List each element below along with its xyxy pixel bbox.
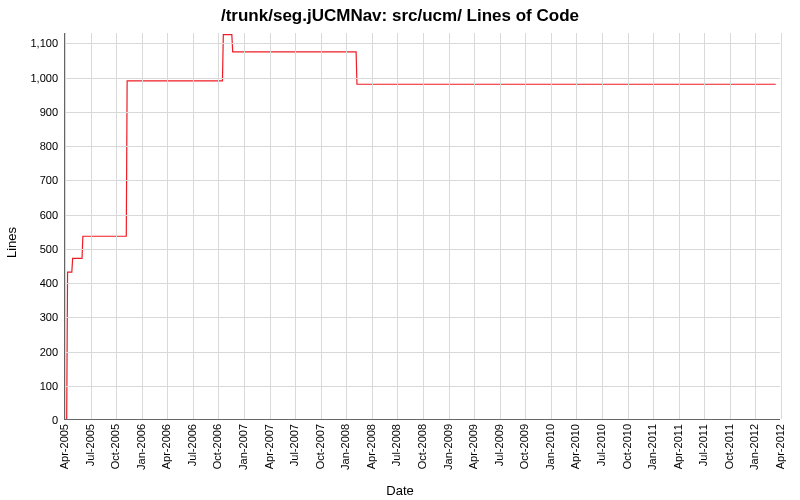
gridline-v [755,33,756,419]
gridline-v [423,33,424,419]
y-tick-label: 1,000 [8,72,58,84]
x-tick-label: Jul-2008 [390,424,402,466]
x-tick-label: Apr-2012 [774,424,786,469]
y-tick-label: 500 [8,243,58,255]
y-tick-label: 600 [8,209,58,221]
gridline-v [295,33,296,419]
y-tick-label: 100 [8,380,58,392]
x-tick-label: Apr-2006 [160,424,172,469]
gridline-v [500,33,501,419]
x-tick-label: Jan-2011 [646,424,658,470]
chart-container: /trunk/seg.jUCMNav: src/ucm/ Lines of Co… [0,0,800,500]
x-tick-label: Apr-2005 [58,424,70,469]
x-tick-label: Oct-2010 [621,424,633,469]
x-tick-label: Oct-2006 [211,424,223,469]
x-tick-label: Oct-2011 [723,424,735,469]
gridline-v [346,33,347,419]
gridline-v [193,33,194,419]
chart-title: /trunk/seg.jUCMNav: src/ucm/ Lines of Co… [0,6,800,26]
gridline-v [730,33,731,419]
gridline-v [602,33,603,419]
gridline-v [525,33,526,419]
x-tick-label: Jul-2005 [84,424,96,466]
gridline-v [116,33,117,419]
x-tick-label: Jul-2011 [697,424,709,466]
x-tick-label: Jan-2009 [442,424,454,470]
x-tick-label: Jan-2008 [339,424,351,470]
gridline-v [679,33,680,419]
gridline-v [218,33,219,419]
gridline-v [449,33,450,419]
gridline-v [142,33,143,419]
x-tick-label: Jan-2012 [748,424,760,470]
gridline-v [397,33,398,419]
x-tick-label: Apr-2010 [569,424,581,469]
gridline-v [65,33,66,419]
gridline-v [474,33,475,419]
x-tick-label: Apr-2007 [263,424,275,469]
gridline-v [704,33,705,419]
y-tick-label: 800 [8,140,58,152]
y-tick-label: 1,100 [8,37,58,49]
series-path [67,35,776,419]
x-axis-label: Date [0,483,800,498]
gridline-v [372,33,373,419]
y-tick-label: 900 [8,106,58,118]
x-tick-label: Apr-2009 [467,424,479,469]
gridline-v [91,33,92,419]
x-tick-label: Oct-2009 [518,424,530,469]
gridline-v [551,33,552,419]
y-tick-label: 200 [8,346,58,358]
gridline-v [781,33,782,419]
x-tick-label: Jan-2007 [237,424,249,470]
x-tick-label: Jul-2007 [288,424,300,466]
gridline-v [270,33,271,419]
gridline-v [628,33,629,419]
x-tick-label: Oct-2007 [314,424,326,469]
y-tick-label: 700 [8,174,58,186]
plot-area [64,33,780,420]
x-tick-label: Apr-2008 [365,424,377,469]
x-tick-label: Apr-2011 [672,424,684,469]
x-tick-label: Jul-2009 [493,424,505,466]
gridline-v [653,33,654,419]
x-tick-label: Jul-2006 [186,424,198,466]
gridline-v [321,33,322,419]
gridline-v [244,33,245,419]
gridline-v [167,33,168,419]
x-tick-label: Jul-2010 [595,424,607,466]
gridline-v [576,33,577,419]
x-tick-label: Jan-2010 [544,424,556,470]
y-tick-label: 400 [8,277,58,289]
y-tick-label: 0 [8,414,58,426]
x-tick-label: Oct-2005 [109,424,121,469]
x-tick-label: Oct-2008 [416,424,428,469]
x-tick-label: Jan-2006 [135,424,147,470]
y-tick-label: 300 [8,311,58,323]
